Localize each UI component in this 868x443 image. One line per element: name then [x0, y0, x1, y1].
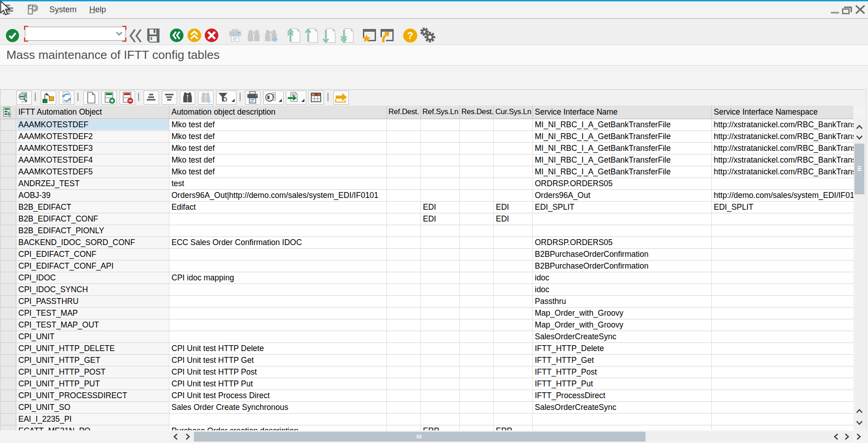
svg-text:?: ?	[407, 30, 413, 41]
